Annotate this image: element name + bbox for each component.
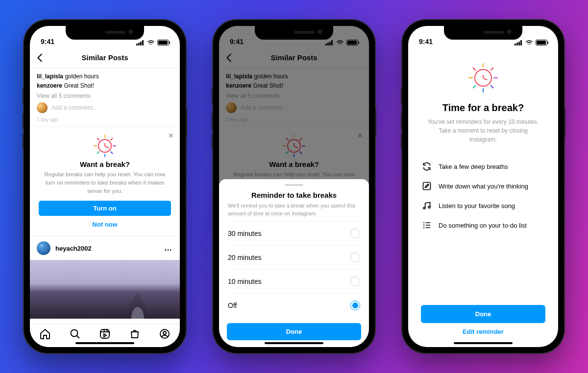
next-post-header[interactable]: heyach2002 … (30, 236, 180, 260)
sheet-title: Reminder to take breaks (227, 191, 361, 199)
option-30-minutes[interactable]: 30 minutes (227, 221, 361, 245)
notch (66, 26, 144, 40)
phone-mockup-3: 9:41 Time for a break? You've set remind… (402, 20, 564, 353)
home-indicator[interactable] (265, 342, 323, 344)
home-indicator[interactable] (454, 342, 513, 344)
refresh-icon (422, 162, 432, 171)
break-title: Time for a break? (421, 102, 545, 114)
add-comment-placeholder: Add a comment... (51, 104, 98, 111)
avatar (37, 241, 50, 255)
svg-point-3 (163, 331, 166, 334)
promo-body: Regular breaks can help you reset. You c… (41, 170, 169, 195)
break-screen-body: Time for a break? You've set reminders f… (408, 47, 558, 347)
radio-icon (350, 229, 360, 238)
cellular-signal-icon (514, 40, 523, 46)
close-button[interactable]: ✕ (168, 132, 174, 140)
compose-icon (422, 181, 432, 191)
svg-rect-1 (100, 329, 109, 338)
comments-section: lil_lapisla golden hours kenzoere Great … (30, 68, 180, 93)
battery-icon (536, 40, 547, 46)
tab-profile[interactable] (159, 328, 171, 340)
chevron-left-icon (35, 52, 46, 63)
promo-title: Want a break? (39, 160, 171, 168)
header-title: Similar Posts (30, 53, 180, 62)
sheet-grabber[interactable] (285, 184, 303, 186)
radio-icon (350, 253, 360, 262)
home-icon (39, 328, 51, 340)
reels-icon (99, 328, 111, 340)
done-button[interactable]: Done (227, 323, 361, 340)
tab-search[interactable] (69, 328, 81, 340)
profile-icon (159, 328, 171, 340)
status-time: 9:41 (41, 38, 54, 46)
svg-point-8 (423, 225, 424, 226)
shop-icon (129, 328, 141, 340)
tip-item: Do something on your to-do list (422, 215, 544, 235)
cellular-signal-icon (136, 40, 145, 46)
reminder-sheet: Reminder to take breaks We'll remind you… (219, 179, 369, 347)
music-icon (422, 201, 432, 210)
tab-reels[interactable] (99, 328, 111, 340)
nav-header: Similar Posts (30, 47, 180, 68)
tips-list: Take a few deep breaths Write down what … (421, 157, 545, 235)
notch (444, 26, 522, 40)
screen-1: 9:41 Similar Posts lil_lapisla golden ho… (30, 26, 180, 347)
break-subtitle: You've set reminders for every 10 minute… (424, 117, 542, 144)
svg-point-6 (428, 206, 430, 208)
home-indicator[interactable] (75, 342, 134, 344)
edit-reminder-button[interactable]: Edit reminder (421, 323, 545, 336)
comment[interactable]: kenzoere Great Shot! (37, 81, 173, 91)
more-button[interactable]: … (164, 244, 173, 253)
screen-3: 9:41 Time for a break? You've set remind… (408, 26, 558, 347)
option-20-minutes[interactable]: 20 minutes (227, 245, 361, 269)
battery-icon (157, 40, 169, 46)
wifi-icon (525, 40, 533, 46)
status-time: 9:41 (419, 38, 433, 46)
svg-rect-4 (423, 183, 431, 190)
tip-item: Write down what you're thinking (422, 176, 544, 196)
post-image[interactable] (30, 260, 180, 319)
post-username: heyach2002 (55, 245, 159, 252)
radio-icon (350, 277, 360, 286)
screen-2: 9:41 Similar Posts lil_lapisla golden ho… (219, 26, 369, 347)
option-10-minutes[interactable]: 10 minutes (227, 269, 361, 293)
sheet-subtitle: We'll remind you to take a break when yo… (228, 202, 360, 217)
phone-mockup-2: 9:41 Similar Posts lil_lapisla golden ho… (213, 20, 375, 353)
option-off[interactable]: Off (227, 293, 361, 317)
svg-point-7 (423, 222, 424, 223)
avatar (37, 102, 48, 113)
wifi-icon (147, 40, 155, 46)
notch (255, 26, 333, 40)
turn-on-button[interactable]: Turn on (39, 201, 171, 216)
comment[interactable]: lil_lapisla golden hours (37, 72, 173, 81)
svg-point-9 (423, 227, 424, 228)
svg-point-0 (71, 329, 77, 336)
clock-burst-icon (468, 63, 498, 93)
not-now-button[interactable]: Not now (39, 216, 171, 229)
tab-home[interactable] (39, 328, 51, 340)
post-age: 1 day ago (30, 116, 180, 126)
break-promo-card: ✕ Want a break? Regular breaks can help … (30, 126, 180, 236)
clock-burst-icon (94, 135, 116, 157)
list-icon (422, 220, 432, 230)
svg-point-5 (423, 207, 425, 209)
done-button[interactable]: Done (421, 305, 545, 323)
phone-mockup-1: 9:41 Similar Posts lil_lapisla golden ho… (24, 20, 186, 353)
tip-item: Listen to your favorite song (422, 196, 544, 215)
view-all-comments[interactable]: View all 5 comments (30, 93, 180, 99)
radio-selected-icon (350, 301, 360, 310)
tab-shop[interactable] (129, 328, 141, 340)
back-button[interactable] (35, 52, 46, 63)
search-icon (69, 328, 81, 340)
tip-item: Take a few deep breaths (422, 157, 544, 176)
add-comment-row[interactable]: Add a comment... (30, 99, 180, 116)
